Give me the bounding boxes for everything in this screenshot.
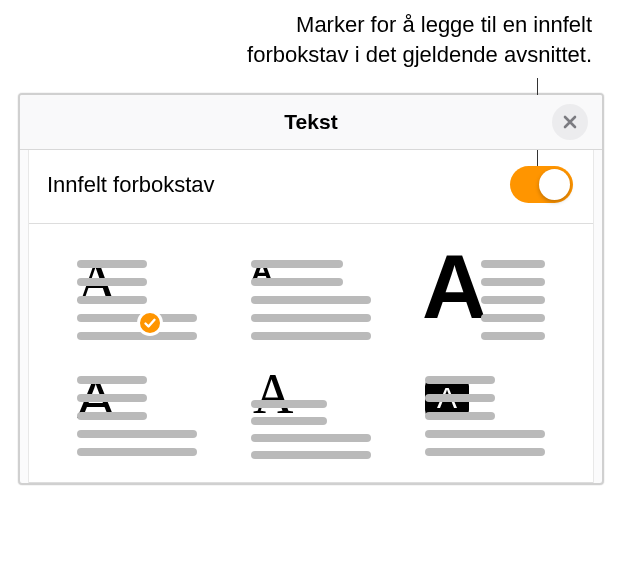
annotation-caption: Marker for å legge til en innfelt forbok…: [0, 0, 622, 75]
dropcap-bold-2line-icon: A: [251, 260, 371, 340]
close-icon: [562, 114, 578, 130]
dropcap-option-5[interactable]: A: [233, 376, 389, 456]
panel-content: Innfelt forbokstav A: [28, 150, 594, 483]
caption-line-2: forbokstav i det gjeldende avsnittet.: [247, 42, 592, 67]
dropcap-toggle-switch[interactable]: [510, 166, 573, 203]
dropcap-reversed-box-icon: A: [425, 376, 545, 456]
dropcap-heavy-5line-icon: A: [425, 260, 545, 340]
panel-header: Tekst: [20, 95, 602, 150]
dropcap-option-1[interactable]: A: [59, 260, 215, 340]
dropcap-toggle-label: Innfelt forbokstav: [47, 172, 215, 198]
dropcap-option-4[interactable]: A: [59, 376, 215, 456]
dropcap-option-6[interactable]: A: [407, 376, 563, 456]
dropcap-sans-3line-icon: A: [77, 376, 197, 456]
caption-line-1: Marker for å legge til en innfelt: [296, 12, 592, 37]
dropcap-option-3[interactable]: A: [407, 260, 563, 340]
dropcap-style-grid: A A: [29, 224, 593, 483]
switch-knob: [539, 169, 570, 200]
dropcap-option-2[interactable]: A: [233, 260, 389, 340]
dropcap-raised-serif-icon: A: [251, 376, 371, 456]
dropcap-toggle-row: Innfelt forbokstav: [29, 150, 593, 224]
text-format-panel: Tekst Innfelt forbokstav A: [18, 93, 604, 485]
close-button[interactable]: [552, 104, 588, 140]
check-icon: [143, 316, 157, 330]
panel-title: Tekst: [284, 110, 337, 134]
dropcap-serif-3line-icon: A: [77, 260, 197, 340]
